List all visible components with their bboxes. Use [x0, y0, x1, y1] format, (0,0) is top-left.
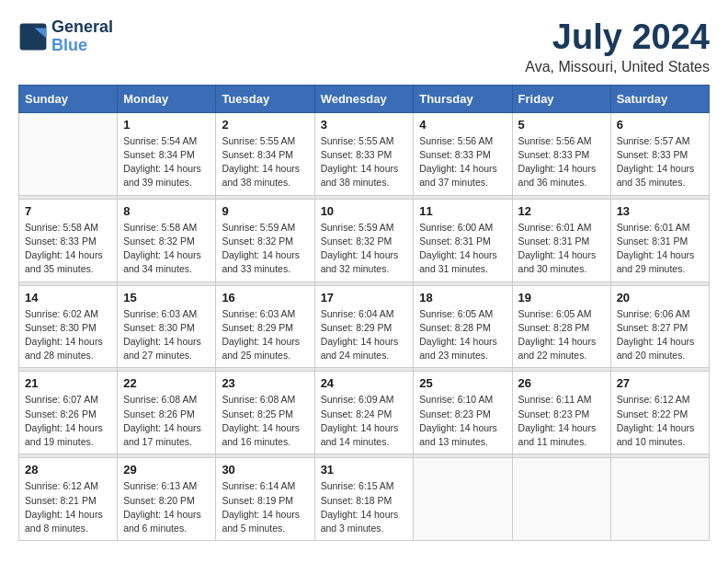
cell-info: Sunrise: 6:04 AM Sunset: 8:29 PM Dayligh…	[321, 307, 408, 363]
calendar-cell	[19, 112, 118, 195]
calendar-body: 1Sunrise: 5:54 AM Sunset: 8:34 PM Daylig…	[19, 112, 710, 540]
cell-info: Sunrise: 6:02 AM Sunset: 8:30 PM Dayligh…	[25, 307, 111, 363]
cell-day-number: 9	[222, 204, 308, 218]
cell-info: Sunrise: 6:08 AM Sunset: 8:26 PM Dayligh…	[123, 393, 210, 449]
calendar-cell: 27Sunrise: 6:12 AM Sunset: 8:22 PM Dayli…	[610, 372, 709, 454]
cell-day-number: 10	[321, 204, 408, 218]
cell-info: Sunrise: 6:10 AM Sunset: 8:23 PM Dayligh…	[419, 393, 506, 449]
logo-text: General Blue	[51, 18, 113, 55]
calendar-cell: 2Sunrise: 5:55 AM Sunset: 8:34 PM Daylig…	[216, 112, 314, 195]
calendar-cell: 22Sunrise: 6:08 AM Sunset: 8:26 PM Dayli…	[118, 372, 216, 454]
calendar-cell: 7Sunrise: 5:58 AM Sunset: 8:33 PM Daylig…	[19, 199, 118, 282]
cell-day-number: 27	[617, 376, 703, 390]
cell-day-number: 8	[123, 204, 210, 218]
cell-day-number: 14	[25, 291, 111, 304]
calendar-cell: 28Sunrise: 6:12 AM Sunset: 8:21 PM Dayli…	[19, 458, 118, 541]
cell-info: Sunrise: 5:59 AM Sunset: 8:32 PM Dayligh…	[222, 221, 308, 277]
subtitle: Ava, Missouri, United States	[525, 59, 710, 75]
calendar-cell: 23Sunrise: 6:08 AM Sunset: 8:25 PM Dayli…	[216, 372, 314, 454]
cell-day-number: 11	[419, 204, 506, 218]
calendar-week-row: 7Sunrise: 5:58 AM Sunset: 8:33 PM Daylig…	[19, 199, 710, 282]
calendar-cell: 20Sunrise: 6:06 AM Sunset: 8:27 PM Dayli…	[610, 285, 709, 368]
cell-day-number: 23	[222, 376, 308, 390]
calendar-cell	[610, 458, 709, 541]
calendar-cell: 13Sunrise: 6:01 AM Sunset: 8:31 PM Dayli…	[610, 199, 709, 282]
calendar-cell: 9Sunrise: 5:59 AM Sunset: 8:32 PM Daylig…	[216, 199, 314, 282]
calendar-header-row: SundayMondayTuesdayWednesdayThursdayFrid…	[19, 85, 710, 112]
cell-info: Sunrise: 5:57 AM Sunset: 8:33 PM Dayligh…	[617, 134, 703, 190]
cell-info: Sunrise: 6:12 AM Sunset: 8:21 PM Dayligh…	[25, 479, 111, 535]
cell-day-number: 1	[123, 118, 210, 132]
header: General Blue July 2024 Ava, Missouri, Un…	[18, 18, 710, 75]
calendar-cell: 12Sunrise: 6:01 AM Sunset: 8:31 PM Dayli…	[512, 199, 610, 282]
cell-day-number: 4	[419, 118, 506, 132]
cell-info: Sunrise: 5:58 AM Sunset: 8:32 PM Dayligh…	[123, 221, 210, 277]
calendar-cell: 21Sunrise: 6:07 AM Sunset: 8:26 PM Dayli…	[19, 372, 118, 454]
calendar-cell: 24Sunrise: 6:09 AM Sunset: 8:24 PM Dayli…	[314, 372, 414, 454]
calendar-cell: 30Sunrise: 6:14 AM Sunset: 8:19 PM Dayli…	[216, 458, 314, 541]
calendar-week-row: 21Sunrise: 6:07 AM Sunset: 8:26 PM Dayli…	[19, 372, 710, 454]
calendar-cell: 14Sunrise: 6:02 AM Sunset: 8:30 PM Dayli…	[19, 285, 118, 368]
cell-info: Sunrise: 5:56 AM Sunset: 8:33 PM Dayligh…	[518, 134, 605, 190]
title-area: July 2024 Ava, Missouri, United States	[525, 18, 710, 75]
calendar-cell	[512, 458, 610, 541]
main-title: July 2024	[525, 18, 710, 57]
cell-day-number: 20	[617, 291, 703, 304]
day-header-thursday: Thursday	[414, 85, 512, 112]
cell-day-number: 26	[518, 376, 605, 390]
calendar-cell: 25Sunrise: 6:10 AM Sunset: 8:23 PM Dayli…	[414, 372, 512, 454]
cell-day-number: 31	[321, 463, 408, 477]
cell-info: Sunrise: 6:15 AM Sunset: 8:18 PM Dayligh…	[321, 479, 408, 535]
cell-info: Sunrise: 6:14 AM Sunset: 8:19 PM Dayligh…	[222, 479, 308, 535]
cell-day-number: 15	[123, 291, 210, 304]
cell-info: Sunrise: 5:58 AM Sunset: 8:33 PM Dayligh…	[25, 221, 111, 277]
day-header-wednesday: Wednesday	[314, 85, 414, 112]
cell-day-number: 3	[321, 118, 408, 132]
cell-day-number: 13	[617, 204, 703, 218]
day-header-tuesday: Tuesday	[216, 85, 314, 112]
calendar-week-row: 28Sunrise: 6:12 AM Sunset: 8:21 PM Dayli…	[19, 458, 710, 541]
cell-info: Sunrise: 5:54 AM Sunset: 8:34 PM Dayligh…	[123, 134, 210, 190]
calendar-cell: 31Sunrise: 6:15 AM Sunset: 8:18 PM Dayli…	[314, 458, 414, 541]
calendar-cell: 3Sunrise: 5:55 AM Sunset: 8:33 PM Daylig…	[314, 112, 414, 195]
day-header-saturday: Saturday	[610, 85, 709, 112]
calendar-cell: 29Sunrise: 6:13 AM Sunset: 8:20 PM Dayli…	[118, 458, 216, 541]
calendar-cell: 8Sunrise: 5:58 AM Sunset: 8:32 PM Daylig…	[118, 199, 216, 282]
cell-day-number: 12	[518, 204, 605, 218]
cell-info: Sunrise: 6:05 AM Sunset: 8:28 PM Dayligh…	[518, 307, 605, 363]
cell-day-number: 6	[617, 118, 703, 132]
calendar-cell: 4Sunrise: 5:56 AM Sunset: 8:33 PM Daylig…	[414, 112, 512, 195]
calendar-cell: 15Sunrise: 6:03 AM Sunset: 8:30 PM Dayli…	[118, 285, 216, 368]
calendar-cell: 17Sunrise: 6:04 AM Sunset: 8:29 PM Dayli…	[314, 285, 414, 368]
cell-info: Sunrise: 6:03 AM Sunset: 8:29 PM Dayligh…	[222, 307, 308, 363]
calendar: SundayMondayTuesdayWednesdayThursdayFrid…	[18, 85, 710, 541]
cell-day-number: 19	[518, 291, 605, 304]
cell-day-number: 24	[321, 376, 408, 390]
cell-info: Sunrise: 6:06 AM Sunset: 8:27 PM Dayligh…	[617, 307, 703, 363]
cell-day-number: 22	[123, 376, 210, 390]
svg-rect-0	[20, 23, 47, 50]
cell-info: Sunrise: 5:59 AM Sunset: 8:32 PM Dayligh…	[321, 221, 408, 277]
cell-info: Sunrise: 6:01 AM Sunset: 8:31 PM Dayligh…	[617, 221, 703, 277]
cell-day-number: 7	[25, 204, 111, 218]
cell-day-number: 5	[518, 118, 605, 132]
calendar-cell: 26Sunrise: 6:11 AM Sunset: 8:23 PM Dayli…	[512, 372, 610, 454]
cell-day-number: 29	[123, 463, 210, 477]
calendar-week-row: 1Sunrise: 5:54 AM Sunset: 8:34 PM Daylig…	[19, 112, 710, 195]
cell-info: Sunrise: 5:55 AM Sunset: 8:34 PM Dayligh…	[222, 134, 308, 190]
calendar-cell: 11Sunrise: 6:00 AM Sunset: 8:31 PM Dayli…	[414, 199, 512, 282]
cell-info: Sunrise: 5:56 AM Sunset: 8:33 PM Dayligh…	[419, 134, 506, 190]
calendar-cell: 5Sunrise: 5:56 AM Sunset: 8:33 PM Daylig…	[512, 112, 610, 195]
calendar-week-row: 14Sunrise: 6:02 AM Sunset: 8:30 PM Dayli…	[19, 285, 710, 368]
cell-info: Sunrise: 6:12 AM Sunset: 8:22 PM Dayligh…	[617, 393, 703, 449]
cell-day-number: 30	[222, 463, 308, 477]
cell-day-number: 16	[222, 291, 308, 304]
logo-icon	[18, 22, 48, 52]
cell-info: Sunrise: 6:07 AM Sunset: 8:26 PM Dayligh…	[25, 393, 111, 449]
calendar-cell: 6Sunrise: 5:57 AM Sunset: 8:33 PM Daylig…	[610, 112, 709, 195]
cell-info: Sunrise: 6:11 AM Sunset: 8:23 PM Dayligh…	[518, 393, 605, 449]
cell-info: Sunrise: 6:08 AM Sunset: 8:25 PM Dayligh…	[222, 393, 308, 449]
day-header-sunday: Sunday	[19, 85, 118, 112]
calendar-cell	[414, 458, 512, 541]
cell-info: Sunrise: 6:01 AM Sunset: 8:31 PM Dayligh…	[518, 221, 605, 277]
